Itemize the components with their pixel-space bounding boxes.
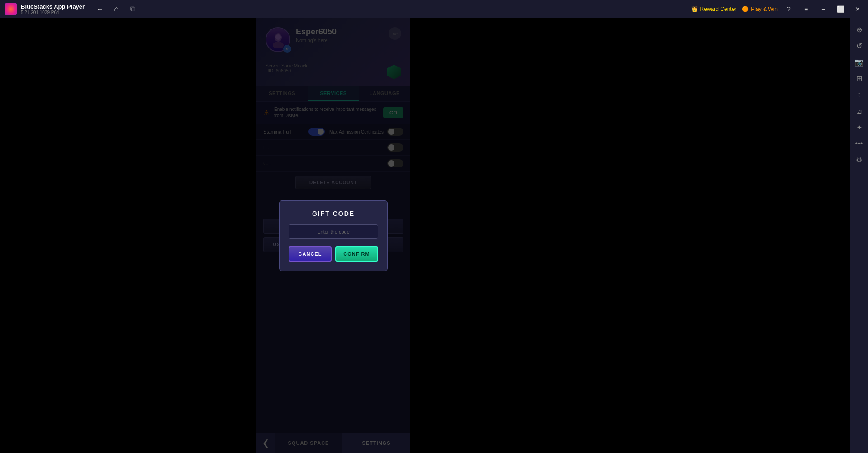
help-button[interactable]: ? — [783, 3, 795, 15]
sidebar-icon-corner[interactable]: ⊿ — [852, 104, 866, 118]
play-win-label: Play & Win — [751, 6, 778, 12]
reward-icon: 👑 — [691, 6, 698, 12]
modal-overlay: GIFT CODE CANCEL CONFIRM — [256, 18, 410, 453]
back-button[interactable]: ← — [94, 3, 106, 15]
multi-instance-button[interactable]: ⧉ — [126, 3, 139, 15]
gift-code-input[interactable] — [289, 224, 378, 239]
sidebar-icon-star[interactable]: ✦ — [852, 120, 866, 134]
reward-center-button[interactable]: 👑 Reward Center — [691, 6, 737, 12]
reward-label: Reward Center — [700, 6, 737, 12]
modal-confirm-button[interactable]: CONFIRM — [335, 246, 378, 262]
play-win-button[interactable]: 🟠 Play & Win — [742, 6, 778, 12]
menu-button[interactable]: ≡ — [800, 3, 812, 15]
play-win-icon: 🟠 — [742, 6, 749, 12]
sidebar-icon-resize[interactable]: ↕ — [852, 88, 866, 101]
restore-button[interactable]: ⬜ — [835, 3, 846, 15]
sidebar-icon-1[interactable]: ⊕ — [852, 23, 866, 36]
home-button[interactable]: ⌂ — [110, 3, 123, 15]
sidebar-icon-2[interactable]: ↺ — [852, 39, 866, 52]
title-bar-right: 👑 Reward Center 🟠 Play & Win ? ≡ − ⬜ ✕ — [691, 3, 863, 15]
app-version: 5.21.201.1029 P64 — [21, 10, 85, 15]
main-area: 9 Esper6050 Nothing's here Server: Sonic… — [0, 18, 850, 453]
game-panel: 9 Esper6050 Nothing's here Server: Sonic… — [256, 18, 410, 453]
app-name: BlueStacks App Player — [21, 3, 85, 10]
app-info: BlueStacks App Player 5.21.201.1029 P64 — [21, 3, 85, 15]
gift-code-modal: GIFT CODE CANCEL CONFIRM — [279, 200, 388, 271]
sidebar-icon-settings[interactable]: ⚙ — [852, 153, 866, 167]
sidebar-icon-camera[interactable]: 📷 — [852, 55, 866, 69]
title-bar: BlueStacks App Player 5.21.201.1029 P64 … — [0, 0, 868, 18]
close-button[interactable]: ✕ — [852, 3, 863, 15]
sidebar-icon-grid[interactable]: ⊞ — [852, 72, 866, 85]
sidebar-icon-more[interactable]: ••• — [852, 137, 866, 150]
modal-title: GIFT CODE — [289, 210, 378, 217]
right-sidebar: ⊕ ↺ 📷 ⊞ ↕ ⊿ ✦ ••• ⚙ — [850, 18, 868, 453]
bluestacks-logo — [5, 3, 17, 15]
nav-buttons: ← ⌂ ⧉ — [94, 3, 139, 15]
modal-cancel-button[interactable]: CANCEL — [289, 246, 332, 262]
minimize-button[interactable]: − — [817, 3, 829, 15]
modal-buttons: CANCEL CONFIRM — [289, 246, 378, 262]
